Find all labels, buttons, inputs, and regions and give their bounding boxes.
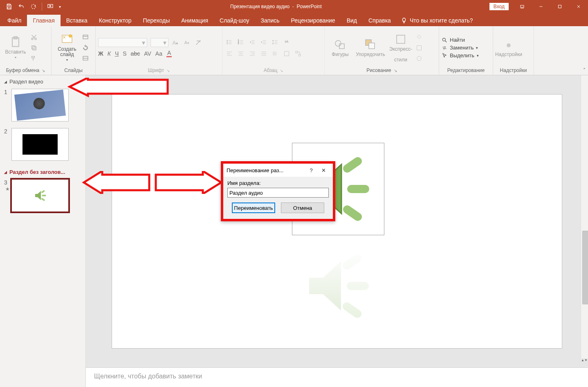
- align-text-icon[interactable]: [282, 49, 291, 58]
- tab-animations[interactable]: Анимация: [175, 15, 214, 26]
- sign-in-button[interactable]: Вход: [489, 3, 509, 10]
- doc-name: Презентация видео аудио: [230, 4, 290, 9]
- tab-insert[interactable]: Вставка: [61, 15, 93, 26]
- slide-thumb-2[interactable]: 2: [0, 126, 85, 166]
- tab-help[interactable]: Справка: [363, 15, 397, 26]
- align-center-icon[interactable]: [236, 49, 245, 58]
- addins-button[interactable]: ● Надстройки: [496, 38, 522, 57]
- dialog-launcher-icon[interactable]: ↘: [394, 68, 397, 73]
- slide-nav-buttons[interactable]: ▲▼: [581, 358, 588, 367]
- shrink-font-icon[interactable]: A▾: [182, 38, 191, 47]
- font-color-button[interactable]: A: [166, 50, 172, 57]
- rename-button[interactable]: Переименовать: [232, 202, 275, 213]
- workspace: ◢ Раздел видео 1 2 ◢ Раздел без заголов.…: [0, 75, 588, 387]
- qat-more-icon[interactable]: ▾: [57, 1, 63, 12]
- text-direction-icon[interactable]: ↕A: [282, 38, 291, 47]
- font-family-selector[interactable]: ▾: [98, 38, 147, 47]
- close-icon[interactable]: [569, 0, 588, 13]
- copy-icon[interactable]: [29, 43, 38, 52]
- increase-indent-icon[interactable]: [259, 38, 268, 47]
- shadow-button[interactable]: S: [123, 50, 126, 57]
- tab-home[interactable]: Главная: [27, 15, 60, 26]
- columns-icon[interactable]: [271, 49, 280, 58]
- arrange-button[interactable]: Упорядочить: [353, 38, 388, 57]
- start-slideshow-icon[interactable]: [45, 1, 56, 12]
- italic-button[interactable]: К: [108, 50, 111, 57]
- font-size-selector[interactable]: ▾: [150, 38, 168, 47]
- tab-record[interactable]: Запись: [255, 15, 285, 26]
- group-label-drawing: Рисование: [366, 68, 391, 73]
- change-case-button[interactable]: Aa: [155, 50, 162, 57]
- maximize-icon[interactable]: [550, 0, 569, 13]
- dialog-help-icon[interactable]: ?: [305, 167, 317, 173]
- dialog-close-icon[interactable]: ✕: [317, 167, 330, 173]
- collapse-ribbon-icon[interactable]: ˄: [583, 68, 586, 73]
- redo-icon[interactable]: [28, 1, 39, 12]
- reset-icon[interactable]: [81, 43, 90, 52]
- bullets-icon[interactable]: [225, 38, 234, 47]
- notes-pane[interactable]: Щелкните, чтобы добавить заметки: [86, 367, 588, 387]
- section-header-untitled[interactable]: ◢ Раздел без заголов...: [0, 166, 85, 178]
- slide-canvas[interactable]: [112, 94, 562, 348]
- align-justify-icon[interactable]: [259, 49, 268, 58]
- tab-review[interactable]: Рецензирование: [285, 15, 341, 26]
- find-button[interactable]: Найти: [442, 37, 479, 43]
- vertical-scrollbar[interactable]: [581, 75, 588, 358]
- tab-view[interactable]: Вид: [341, 15, 363, 26]
- undo-icon[interactable]: [16, 1, 27, 12]
- group-label-paragraph: Абзац: [264, 68, 278, 73]
- save-icon[interactable]: [3, 1, 15, 12]
- grow-font-icon[interactable]: A▴: [171, 38, 180, 47]
- align-right-icon[interactable]: [248, 49, 257, 58]
- shapes-button[interactable]: Фигуры: [327, 38, 353, 57]
- collapse-triangle-icon: ◢: [4, 170, 7, 174]
- annotation-arrow: [67, 78, 170, 98]
- numbering-icon[interactable]: 123: [236, 38, 245, 47]
- tab-design[interactable]: Конструктор: [93, 15, 137, 26]
- line-spacing-icon[interactable]: [271, 38, 280, 47]
- titlebar: ▾ Презентация видео аудио - PowerPoint В…: [0, 0, 588, 13]
- svg-rect-13: [33, 47, 36, 50]
- dialog-launcher-icon[interactable]: ↘: [42, 68, 45, 73]
- tell-me-search[interactable]: Что вы хотите сделать?: [397, 15, 477, 26]
- shape-outline-icon[interactable]: [415, 43, 424, 52]
- tab-file[interactable]: Файл: [2, 15, 27, 26]
- cut-icon[interactable]: [29, 33, 38, 42]
- strike-button[interactable]: abc: [131, 50, 140, 57]
- dialog-titlebar[interactable]: Переименование раз... ? ✕: [223, 164, 333, 177]
- underline-button[interactable]: Ч: [115, 50, 119, 57]
- quick-styles-button[interactable]: Экспресс-стили: [388, 33, 414, 63]
- dialog-launcher-icon[interactable]: ↘: [166, 68, 170, 73]
- group-label-font: Шрифт: [148, 68, 164, 73]
- lightbulb-icon: [401, 17, 407, 24]
- slide-thumb-3[interactable]: 3 ★: [0, 178, 85, 217]
- svg-point-23: [227, 42, 228, 43]
- format-painter-icon[interactable]: [29, 54, 38, 63]
- bold-button[interactable]: Ж: [98, 50, 103, 57]
- svg-rect-1: [8, 7, 10, 9]
- tab-transitions[interactable]: Переходы: [137, 15, 176, 26]
- tab-slideshow[interactable]: Слайд-шоу: [214, 15, 255, 26]
- new-slide-button[interactable]: Создать слайд ▾: [54, 33, 80, 63]
- select-button[interactable]: Выделить ▾: [442, 52, 479, 59]
- svg-line-69: [445, 40, 447, 42]
- speaker-icon: [30, 187, 50, 204]
- char-spacing-button[interactable]: AV: [144, 50, 151, 57]
- layout-icon[interactable]: [81, 33, 90, 42]
- minimize-icon[interactable]: [532, 0, 550, 13]
- cancel-button[interactable]: Отмена: [281, 202, 324, 213]
- paste-button[interactable]: Вставить ▾: [2, 36, 29, 60]
- ribbon-options-icon[interactable]: [513, 0, 532, 13]
- shape-effects-icon[interactable]: [415, 54, 424, 63]
- section-name-input[interactable]: [227, 188, 329, 198]
- decrease-indent-icon[interactable]: [248, 38, 257, 47]
- replace-button[interactable]: Заменить ▾: [442, 45, 479, 51]
- window-title: Презентация видео аудио - PowerPoint: [63, 4, 489, 9]
- shape-fill-icon[interactable]: [415, 33, 424, 42]
- clear-format-icon[interactable]: [194, 38, 203, 47]
- section-icon[interactable]: [81, 54, 90, 63]
- dialog-launcher-icon[interactable]: ↘: [280, 68, 283, 73]
- align-left-icon[interactable]: [225, 49, 234, 58]
- smartart-icon[interactable]: [294, 49, 303, 58]
- ribbon: Вставить ▾ Буфер обмена↘ Создать слайд ▾…: [0, 26, 588, 75]
